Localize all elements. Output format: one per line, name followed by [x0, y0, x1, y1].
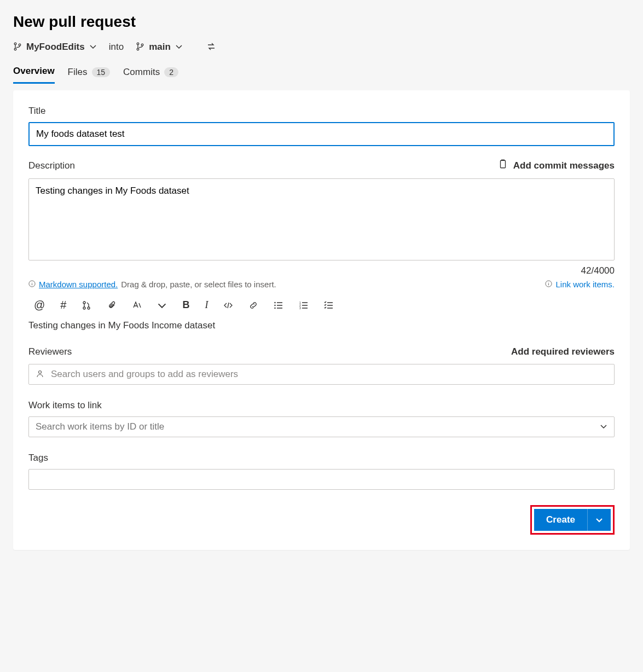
create-dropdown-button[interactable] — [587, 509, 611, 531]
tab-commits[interactable]: Commits 2 — [123, 66, 178, 84]
description-label: Description — [28, 160, 75, 171]
tab-label: Files — [68, 67, 88, 78]
reviewers-search-box[interactable] — [28, 364, 615, 385]
svg-point-2 — [19, 44, 21, 46]
clipboard-icon — [498, 159, 508, 172]
svg-point-13 — [275, 305, 275, 305]
commits-count-badge: 2 — [164, 67, 178, 77]
branch-selector-bar: MyFoodEdits into main — [13, 42, 630, 53]
code-button[interactable] — [223, 300, 233, 310]
create-button-group: Create — [530, 505, 615, 535]
svg-point-0 — [14, 43, 16, 45]
svg-point-10 — [83, 307, 85, 309]
svg-text:3: 3 — [299, 306, 301, 310]
tab-files[interactable]: Files 15 — [68, 66, 110, 84]
bold-button[interactable]: B — [182, 299, 189, 311]
person-icon — [36, 369, 44, 380]
work-items-dropdown[interactable] — [28, 416, 615, 437]
swap-branches-button[interactable] — [207, 42, 216, 53]
pr-form-card: Title Description Add commit messages 42… — [13, 90, 630, 550]
svg-point-12 — [275, 302, 275, 303]
numbered-list-button[interactable]: 123 — [299, 300, 309, 310]
link-button[interactable] — [248, 300, 258, 310]
svg-point-11 — [88, 307, 90, 309]
svg-rect-6 — [500, 160, 505, 168]
bullet-list-button[interactable] — [274, 300, 283, 310]
into-label: into — [105, 42, 128, 53]
chevron-down-icon — [600, 422, 607, 432]
text-format-button[interactable] — [132, 300, 142, 310]
work-items-label: Work items to link — [28, 400, 615, 411]
attach-button[interactable] — [107, 300, 117, 310]
title-label: Title — [28, 106, 615, 117]
page-title: New pull request — [13, 13, 630, 31]
create-button[interactable]: Create — [534, 509, 587, 531]
branch-icon — [13, 42, 22, 53]
italic-button[interactable]: I — [205, 299, 208, 311]
description-preview: Testing changes in My Foods Income datas… — [28, 320, 615, 331]
target-branch-picker[interactable]: main — [136, 42, 183, 53]
mention-button[interactable]: @ — [34, 299, 45, 311]
reference-button[interactable]: # — [60, 299, 66, 311]
tab-label: Overview — [13, 66, 55, 77]
source-branch-picker[interactable]: MyFoodEdits — [13, 42, 97, 53]
char-count: 42/4000 — [28, 265, 615, 276]
pr-link-button[interactable] — [82, 300, 91, 310]
info-icon — [545, 280, 552, 289]
more-format-button[interactable] — [157, 300, 167, 310]
svg-point-4 — [137, 48, 139, 50]
description-textarea[interactable] — [28, 178, 615, 260]
tabs: Overview Files 15 Commits 2 — [13, 66, 630, 84]
tags-input[interactable] — [28, 469, 615, 490]
tab-label: Commits — [123, 67, 160, 78]
svg-point-3 — [137, 43, 139, 45]
svg-point-5 — [141, 44, 143, 46]
source-branch-name: MyFoodEdits — [26, 42, 85, 53]
branch-icon — [136, 42, 144, 53]
work-items-input[interactable] — [36, 421, 600, 432]
reviewers-input[interactable] — [51, 369, 607, 380]
drag-drop-hint: Drag & drop, paste, or select files to i… — [121, 280, 276, 289]
link-work-items-label: Link work items. — [555, 280, 615, 289]
info-icon — [28, 280, 36, 289]
chevron-down-icon — [175, 43, 183, 52]
link-work-items-link[interactable]: Link work items. — [545, 280, 615, 289]
add-required-reviewers-button[interactable]: Add required reviewers — [511, 346, 615, 357]
target-branch-name: main — [149, 42, 171, 53]
add-commit-messages-label: Add commit messages — [513, 160, 615, 171]
reviewers-label: Reviewers — [28, 346, 72, 357]
add-commit-messages-button[interactable]: Add commit messages — [498, 159, 615, 172]
tab-overview[interactable]: Overview — [13, 66, 55, 84]
markdown-supported-link[interactable]: Markdown supported. — [39, 280, 118, 289]
chevron-down-icon — [89, 43, 97, 52]
markdown-toolbar: @ # B I 123 — [28, 294, 615, 320]
files-count-badge: 15 — [92, 67, 111, 77]
svg-point-9 — [83, 302, 85, 304]
svg-point-18 — [39, 370, 42, 373]
svg-point-14 — [275, 308, 275, 308]
tags-label: Tags — [28, 453, 615, 464]
svg-point-1 — [14, 48, 16, 50]
task-list-button[interactable] — [324, 300, 334, 310]
title-input[interactable] — [28, 122, 615, 146]
